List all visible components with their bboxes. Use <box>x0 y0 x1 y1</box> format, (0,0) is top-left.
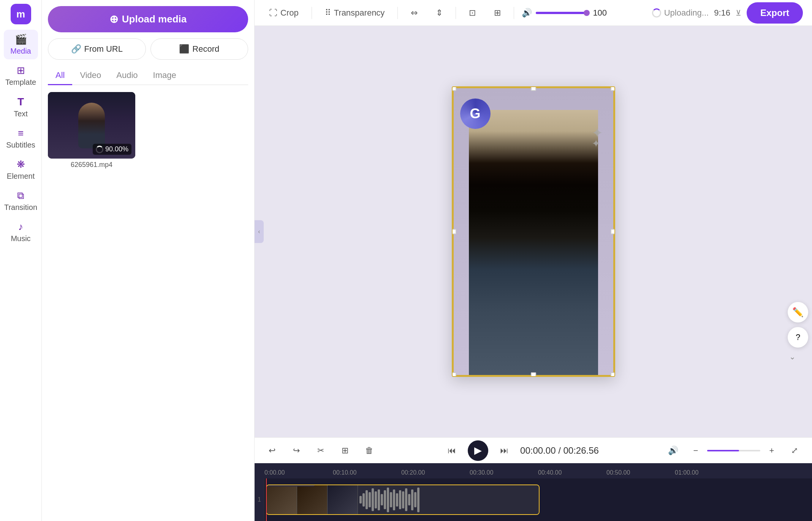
link-icon: 🔗 <box>71 44 81 54</box>
tab-video[interactable]: Video <box>72 67 109 85</box>
clip-waveform <box>358 485 539 514</box>
sidebar-item-element[interactable]: ❋ Element <box>4 155 38 184</box>
sidebar-item-text[interactable]: T Text <box>4 92 38 122</box>
volume-control: 🔊 100 <box>522 8 607 18</box>
tab-image[interactable]: Image <box>146 67 184 85</box>
clip-label: 6265961.mp4 <box>267 484 315 486</box>
app-logo: m <box>11 4 31 24</box>
sidebar-item-label: Music <box>11 234 30 243</box>
wave-bar <box>387 488 389 512</box>
element-icon: ❋ <box>17 159 25 170</box>
wave-bar <box>411 489 413 510</box>
wave-bar <box>359 496 362 504</box>
wave-bar <box>384 490 386 509</box>
toolbar-separator <box>312 7 312 19</box>
sidebar-item-music[interactable]: ♪ Music <box>4 217 38 247</box>
crop-tool[interactable]: ⛶ Crop <box>264 5 304 21</box>
volume-icon: 🔊 <box>522 8 532 18</box>
wave-bar <box>399 490 401 509</box>
sidebar-item-label: Text <box>14 110 28 118</box>
sidebar-item-label: Media <box>10 47 31 56</box>
undo-button[interactable]: ↩ <box>264 442 280 459</box>
sidebar-item-label: Transition <box>4 203 37 212</box>
cut-button[interactable]: ✂ <box>312 442 329 459</box>
export-button[interactable]: Export <box>747 2 803 24</box>
feedback-button[interactable]: ✏️ <box>788 302 808 322</box>
wave-bar <box>393 489 395 510</box>
transparency-label: Transparency <box>334 8 385 18</box>
sidebar-item-label: Template <box>5 78 36 87</box>
wave-bar <box>372 488 374 511</box>
zoom-out-button[interactable]: − <box>687 442 704 459</box>
timeline-ruler: 0:00.00 00:10.00 00:20.00 00:30.00 00:40… <box>255 463 812 478</box>
sidebar-item-media[interactable]: 🎬 Media <box>4 30 38 59</box>
media-tab-bar: All Video Audio Image <box>48 67 248 85</box>
music-icon: ♪ <box>18 221 23 233</box>
align-center-tool[interactable]: ⊞ <box>489 5 506 21</box>
wave-bar <box>362 493 365 507</box>
media-icon: 🎬 <box>15 33 27 45</box>
skip-forward-button[interactable]: ⏭ <box>496 442 513 459</box>
timeline-controls: ↩ ↪ ✂ ⊞ 🗑 ⏮ ▶ ⏭ 00:00.00 / 00:26.56 🔊 − <box>255 437 812 463</box>
volume-slider[interactable] <box>536 12 589 14</box>
play-button[interactable]: ▶ <box>468 440 488 461</box>
ruler-mark: 00:20.00 <box>401 469 470 476</box>
playhead[interactable] <box>266 478 267 521</box>
top-toolbar: ⛶ Crop ⠿ Transparency ⇔ ⇕ ⊡ ⊞ 🔊 1 <box>255 0 812 26</box>
video-person <box>469 110 598 376</box>
ruler-mark: 00:10.00 <box>333 469 401 476</box>
zoom-slider[interactable] <box>707 450 760 451</box>
align-left-tool[interactable]: ⊡ <box>464 5 481 21</box>
help-button[interactable]: ? <box>788 327 808 348</box>
record-button[interactable]: ⬛ Record <box>150 38 249 60</box>
video-clip[interactable]: 6265961.mp4 <box>266 484 540 515</box>
media-item[interactable]: 90.00% 6265961.mp4 <box>48 92 135 169</box>
chevron-down-button[interactable]: ⌄ <box>788 352 797 361</box>
volume-toggle-button[interactable]: 🔊 <box>665 442 681 459</box>
wave-bar <box>417 488 419 512</box>
wave-bar <box>402 491 404 508</box>
sidebar-item-subtitles[interactable]: ≡ Subtitles <box>4 124 38 153</box>
delete-button[interactable]: 🗑 <box>361 442 378 459</box>
uploading-spinner <box>652 8 661 17</box>
fullscreen-button[interactable]: ⤢ <box>786 442 803 459</box>
canvas-area: ‹ G ✦ ✦ <box>255 26 812 437</box>
skip-back-button[interactable]: ⏮ <box>443 442 460 459</box>
sidebar-item-transition[interactable]: ⧉ Transition <box>4 186 38 216</box>
question-icon: ? <box>796 332 800 342</box>
transition-icon: ⧉ <box>17 190 24 202</box>
track-content: 6265961.mp4 <box>264 478 812 521</box>
video-canvas[interactable]: G ✦ ✦ <box>452 86 615 377</box>
clip-frame <box>328 485 358 514</box>
flip-v-tool[interactable]: ⇕ <box>431 5 448 21</box>
zoom-in-button[interactable]: + <box>763 442 780 459</box>
split-button[interactable]: ⊞ <box>337 442 353 459</box>
flip-h-tool[interactable]: ⇔ <box>405 5 423 21</box>
ruler-mark: 0:00.00 <box>264 469 333 476</box>
transparency-tool[interactable]: ⠿ Transparency <box>320 5 390 21</box>
wave-bar <box>396 493 398 507</box>
toolbar-separator-3 <box>456 7 456 19</box>
wave-bar <box>405 488 407 511</box>
wave-bar <box>381 494 383 505</box>
tab-audio[interactable]: Audio <box>109 67 145 85</box>
sidebar: m 🎬 Media ⊞ Template T Text ≡ Subtitles … <box>0 0 42 521</box>
from-url-button[interactable]: 🔗 From URL <box>48 38 146 60</box>
redo-button[interactable]: ↪ <box>288 442 305 459</box>
clip-frame <box>267 485 297 514</box>
flip-v-icon: ⇕ <box>436 8 443 18</box>
source-buttons: 🔗 From URL ⬛ Record <box>48 38 248 60</box>
sidebar-item-label: Subtitles <box>6 141 35 149</box>
chevron-left-icon: ‹ <box>258 228 260 235</box>
subtitles-icon: ≡ <box>18 127 24 139</box>
upload-media-button[interactable]: ⊕ Upload media <box>48 6 248 32</box>
text-icon: T <box>17 96 24 108</box>
tab-all[interactable]: All <box>48 67 72 85</box>
timeline-right-controls: 🔊 − + ⤢ <box>665 442 803 459</box>
sidebar-item-template[interactable]: ⊞ Template <box>4 61 38 91</box>
chevron-down-icon: ⌄ <box>789 352 796 361</box>
collapse-panel-button[interactable]: ‹ <box>255 220 264 243</box>
timeline-area: ↩ ↪ ✂ ⊞ 🗑 ⏮ ▶ ⏭ 00:00.00 / 00:26.56 🔊 − <box>255 437 812 521</box>
ruler-mark: 01:00.00 <box>675 469 743 476</box>
logo-circle: G <box>460 98 491 129</box>
